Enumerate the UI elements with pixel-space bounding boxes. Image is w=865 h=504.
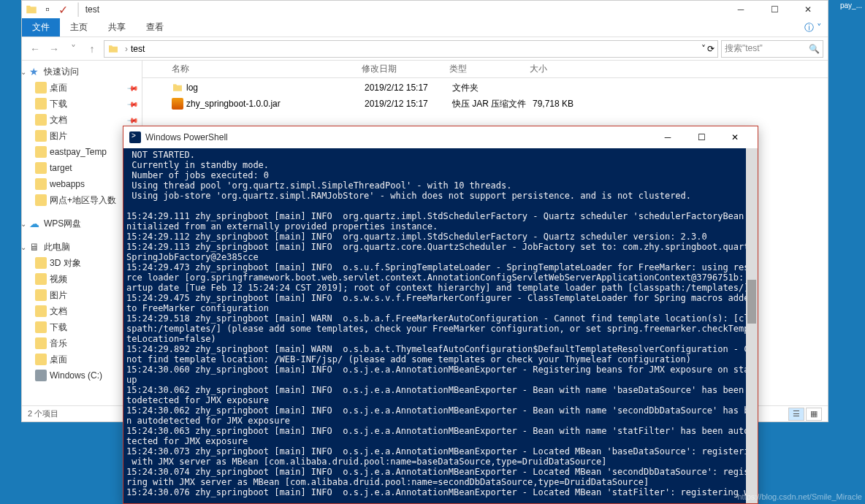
folder-icon [35,321,47,333]
tab-share[interactable]: 共享 [98,18,136,37]
addressbar-dropdown-icon[interactable]: ˅ [701,44,706,54]
cloud-icon: ☁ [29,218,41,229]
col-name[interactable]: 名称 [172,63,362,75]
ribbon-tabs: 文件 主页 共享 查看 ⓘ ˅ [22,18,828,37]
status-text: 2 个项目 [28,408,58,419]
scroll-thumb[interactable] [747,280,756,324]
folder-icon [35,194,47,206]
powershell-icon [129,131,141,143]
ps-maximize-button[interactable]: ☐ [685,126,718,148]
file-date: 2019/2/12 15:17 [365,99,452,109]
folder-icon [35,273,47,285]
star-icon: ★ [29,66,41,77]
explorer-titlebar[interactable]: ▫ ✓ │ test ─ ☐ ✕ [22,1,828,18]
tab-file[interactable]: 文件 [22,18,60,37]
powershell-console[interactable]: NOT STARTED. Currently in standby mode. … [123,148,758,503]
sidebar-label: 下载 [50,321,67,334]
folder-icon [35,178,47,190]
file-type: 快压 JAR 压缩文件 [452,98,533,110]
file-row[interactable]: zhy_springboot-1.0.0.jar 2019/2/12 15:17… [142,96,828,112]
folder-icon [35,305,47,317]
breadcrumb-folder[interactable]: test [131,44,145,54]
sidebar-label: 此电脑 [44,241,70,253]
col-type[interactable]: 类型 [449,63,530,75]
file-name: log [186,83,365,93]
refresh-icon[interactable]: ⟳ [707,44,715,54]
folder-icon [35,130,47,142]
sidebar-label: Windows (C:) [50,370,102,381]
sidebar-label: 文档 [50,305,67,318]
folder-icon [35,354,47,365]
qat-divider: │ [75,3,83,16]
search-input[interactable]: 搜索"test" 🔍 [721,40,823,58]
nav-up-button[interactable]: ↑ [83,40,101,58]
ps-close-button[interactable]: ✕ [718,126,752,148]
jar-icon [172,98,183,110]
nav-recent-button[interactable]: ˅ [64,40,82,58]
sidebar-label: 桌面 [50,354,67,366]
pin-icon: 📌 [127,98,139,110]
folder-icon [25,3,38,16]
sidebar-item-desktop[interactable]: 桌面📌 [22,80,142,96]
sidebar-label: 视频 [50,273,67,286]
nav-back-button[interactable]: ← [26,40,44,58]
folder-icon [35,257,47,269]
file-row[interactable]: log 2019/2/12 15:17 文件夹 [142,80,828,96]
column-headers[interactable]: 名称 修改日期 类型 大小 [142,61,828,78]
drive-icon [35,370,47,381]
powershell-window: Windows PowerShell ─ ☐ ✕ NOT STARTED. Cu… [123,126,758,504]
folder-icon [35,114,47,126]
qat-save-icon[interactable]: ▫ [45,3,50,16]
scrollbar[interactable] [746,148,758,503]
sidebar-label: target [50,163,72,173]
sidebar-label: webapps [50,179,85,189]
file-name: zhy_springboot-1.0.0.jar [186,99,365,109]
file-date: 2019/2/12 15:17 [365,83,452,93]
sidebar-label: 图片 [50,289,67,302]
sidebar-label: 音乐 [50,337,67,350]
minimize-button[interactable]: ─ [724,1,758,18]
pc-icon: 🖥 [29,241,41,253]
folder-icon [35,162,47,174]
desktop-icon-label: pay_... [840,1,862,9]
sidebar-label: 3D 对象 [50,257,81,270]
folder-icon [35,146,47,158]
address-bar[interactable]: › test ˅ ⟳ [104,40,718,58]
sidebar-label: 网点+地区导入数 [50,194,116,207]
folder-icon [35,98,47,110]
sidebar-label: 桌面 [50,82,67,94]
sidebar-quick-access[interactable]: ★ 快速访问 [22,64,142,80]
address-bar-row: ← → ˅ ↑ › test ˅ ⟳ 搜索"test" 🔍 [22,37,828,61]
col-date[interactable]: 修改日期 [362,63,449,75]
sidebar-label: 下载 [50,98,67,110]
folder-icon [107,43,119,55]
col-size[interactable]: 大小 [530,63,588,75]
view-details-button[interactable]: ☰ [788,408,804,421]
tab-view[interactable]: 查看 [136,18,174,37]
powershell-titlebar[interactable]: Windows PowerShell ─ ☐ ✕ [123,126,758,148]
folder-icon [35,337,47,349]
sidebar-label: 快速访问 [44,66,79,78]
sidebar-label: 文档 [50,114,67,126]
sidebar-item-downloads[interactable]: 下载📌 [22,96,142,112]
file-type: 文件夹 [452,82,533,94]
watermark: https://blog.csdn.net/Smile_Miracle [737,492,862,501]
crumb-separator-icon: › [125,44,128,54]
search-placeholder: 搜索"test" [725,42,763,55]
folder-icon [35,82,47,93]
qat-check-icon[interactable]: ✓ [58,3,68,17]
sidebar-label: 图片 [50,130,67,142]
view-icons-button[interactable]: ▦ [806,408,822,421]
search-icon: 🔍 [809,44,820,54]
ps-minimize-button[interactable]: ─ [651,126,685,148]
close-button[interactable]: ✕ [791,1,825,18]
nav-forward-button[interactable]: → [45,40,63,58]
sidebar-label: eastpay_Temp [50,147,107,157]
tab-home[interactable]: 主页 [60,18,98,37]
file-size: 79,718 KB [533,99,591,109]
ribbon-help-icon[interactable]: ⓘ ˅ [804,21,828,34]
pin-icon: 📌 [127,114,139,126]
powershell-title: Windows PowerShell [145,132,651,142]
folder-icon [35,289,47,301]
maximize-button[interactable]: ☐ [758,1,791,18]
